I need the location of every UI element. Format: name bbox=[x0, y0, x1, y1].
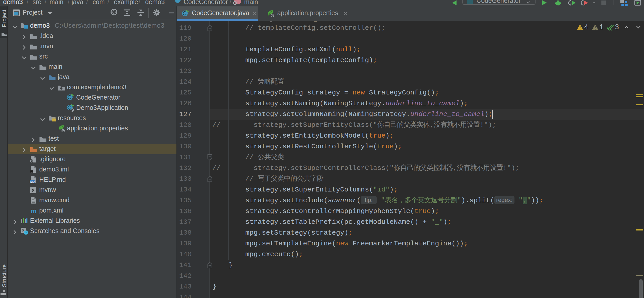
svg-text:m: m bbox=[31, 207, 36, 215]
svg-text:MD: MD bbox=[30, 180, 35, 183]
